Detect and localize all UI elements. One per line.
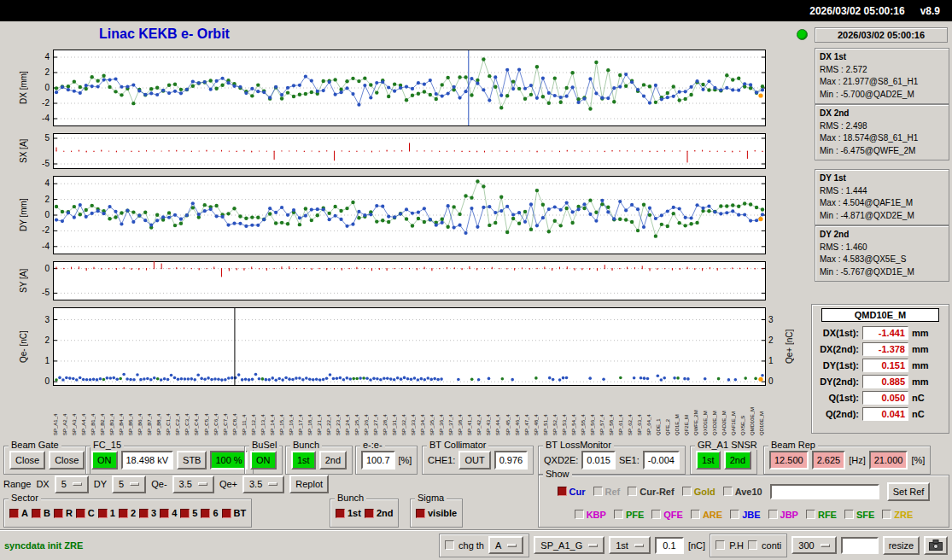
- bunch-sel-1st-toggle[interactable]: 1st: [336, 508, 361, 518]
- ph-checkbox[interactable]: [715, 540, 725, 550]
- camera-button[interactable]: [924, 536, 948, 555]
- group-bunch-sel: Bunch1st2nd: [330, 499, 399, 528]
- beam-rep-hz-label: [Hz]: [849, 455, 866, 465]
- checkbox: [882, 510, 891, 519]
- sector-5-toggle[interactable]: 5: [180, 508, 197, 518]
- fc15-stb-button[interactable]: STB: [177, 451, 207, 470]
- sigma-visible-toggle[interactable]: visible: [416, 508, 457, 518]
- range-qe-select[interactable]: 3.5: [172, 475, 214, 493]
- axis-label-dx: DX [mm]: [17, 50, 29, 126]
- x-axis-label: SP_41_4: [467, 388, 473, 435]
- sector-1-toggle[interactable]: 1: [98, 508, 115, 518]
- show-ave10-toggle[interactable]: Ave10: [723, 487, 762, 497]
- x-axis-label: SP_52_4: [552, 388, 558, 435]
- sp-select[interactable]: SP_A1_G: [534, 536, 604, 554]
- checkbox: [844, 510, 854, 519]
- beam-gate-close-button[interactable]: Close: [49, 451, 85, 470]
- x-axis-label: SP_12_4: [251, 388, 257, 435]
- bunch-2nd-button[interactable]: 2nd: [319, 451, 347, 470]
- sector-2-toggle[interactable]: 2: [119, 508, 136, 518]
- bunch-sel-2nd-toggle[interactable]: 2nd: [365, 508, 394, 518]
- group-title: Sigma: [415, 493, 447, 503]
- sector-3-toggle[interactable]: 3: [139, 508, 156, 518]
- monitor-row-unit: mm: [912, 328, 929, 338]
- show-are-toggle[interactable]: ARE: [691, 510, 722, 520]
- titlebar-clock: 2026/03/02 05:00:16: [809, 5, 904, 17]
- plot-sy: [53, 261, 766, 300]
- toggle-label: ZRE: [894, 510, 913, 520]
- ref-name-input[interactable]: [770, 484, 879, 499]
- group-beam-gate: Beam GateCloseClose: [3, 446, 91, 475]
- stat-title: DY 2nd: [820, 229, 944, 242]
- checkbox: [614, 510, 623, 519]
- x-axis-label: SP_C2_4: [175, 388, 181, 435]
- y-tick-label: 5: [31, 133, 50, 143]
- show-kbp-toggle[interactable]: KBP: [575, 510, 606, 520]
- show-cur-ref-toggle[interactable]: Cur-Ref: [628, 487, 674, 497]
- monitor-row-label: Q(1st):: [815, 393, 859, 403]
- range-qe+-select[interactable]: 3.5: [242, 475, 284, 493]
- fc15-on-button[interactable]: ON: [91, 451, 118, 470]
- x-axis-label: SP_34_4: [420, 388, 426, 435]
- show-jbp-toggle[interactable]: JBP: [768, 510, 798, 520]
- x-axis-label: SP_38_4: [458, 388, 464, 435]
- show-rfe-toggle[interactable]: RFE: [806, 510, 837, 520]
- bunch-1st-button[interactable]: 1st: [291, 451, 316, 470]
- resize-button[interactable]: resize: [883, 536, 920, 555]
- chg-th-checkbox[interactable]: [445, 540, 454, 550]
- show-jbe-toggle[interactable]: JBE: [730, 510, 760, 520]
- checkbox: [160, 509, 169, 518]
- y-tick-label: -5: [31, 288, 50, 297]
- x-axis-label: SP_27_4: [373, 388, 379, 435]
- sector-6-toggle[interactable]: 6: [201, 508, 218, 518]
- sector-4-toggle[interactable]: 4: [160, 508, 177, 518]
- gr-a1-snsr-2nd-button[interactable]: 2nd: [724, 451, 751, 470]
- sector-r-toggle[interactable]: R: [54, 508, 73, 518]
- sector-bt-toggle[interactable]: BT: [222, 508, 247, 518]
- bunch-select[interactable]: 1st: [609, 536, 651, 554]
- threshold-input[interactable]: 0.1: [655, 537, 684, 554]
- range-qe-label: Qe-: [151, 479, 166, 489]
- show-zre-toggle[interactable]: ZRE: [882, 510, 913, 520]
- plot-sx: [53, 133, 766, 169]
- checkbox: [119, 509, 128, 518]
- sector-b-toggle[interactable]: B: [32, 508, 50, 518]
- beam-rep-2.625-value: 2.625: [812, 451, 846, 470]
- show-sfe-toggle[interactable]: SFE: [844, 510, 874, 520]
- conti-checkbox[interactable]: [748, 540, 757, 550]
- group-gr-a1-snsr: GR_A1 SNSR1st2nd: [690, 446, 757, 475]
- sector-a-toggle[interactable]: A: [9, 508, 28, 518]
- beam-gate-close-button[interactable]: Close: [9, 451, 45, 470]
- stat-row: Max : 4.504@QAF1E_M: [820, 197, 944, 210]
- bt-collimator-out-button[interactable]: OUT: [458, 451, 490, 470]
- show-gold-toggle[interactable]: Gold: [682, 487, 715, 497]
- toggle-label: 1: [110, 508, 115, 518]
- gr-a1-snsr-1st-button[interactable]: 1st: [696, 451, 721, 470]
- y-tick-label: -2: [31, 225, 50, 235]
- x-axis-label: QXD1E_M: [703, 388, 709, 435]
- y-tick-label: -5: [31, 159, 50, 168]
- aux-input[interactable]: [841, 537, 879, 554]
- group-sigma: Sigmavisible: [410, 499, 463, 528]
- show-cur-toggle[interactable]: Cur: [558, 487, 586, 497]
- show-pfe-toggle[interactable]: PFE: [614, 510, 644, 520]
- checkbox: [365, 509, 374, 518]
- show-ref-toggle[interactable]: Ref: [593, 487, 621, 497]
- points-select[interactable]: 300: [791, 536, 836, 554]
- range-dy-select[interactable]: 5: [112, 475, 146, 493]
- sector-c-toggle[interactable]: C: [76, 508, 95, 518]
- show-qfe-toggle[interactable]: QFE: [651, 510, 683, 520]
- beam-rep-12.500-value: 12.500: [769, 451, 809, 470]
- set-ref-button[interactable]: Set Ref: [887, 482, 931, 501]
- y-tick-label-right: 2: [768, 335, 784, 345]
- x-axis-label: SP_C1_4: [166, 388, 172, 435]
- chg-th-select[interactable]: A: [488, 536, 523, 554]
- toggle-label: Ref: [605, 487, 621, 497]
- monitor-row: DY(2nd):0.885mm: [815, 375, 946, 388]
- range-dx-select[interactable]: 5: [55, 475, 89, 493]
- group-title: BT LossMonitor: [543, 440, 614, 450]
- option-menu-glyph: [821, 544, 830, 547]
- y-tick-label-right: 0: [768, 376, 784, 386]
- busel-on-button[interactable]: ON: [250, 451, 277, 470]
- replot-button[interactable]: Replot: [289, 475, 329, 493]
